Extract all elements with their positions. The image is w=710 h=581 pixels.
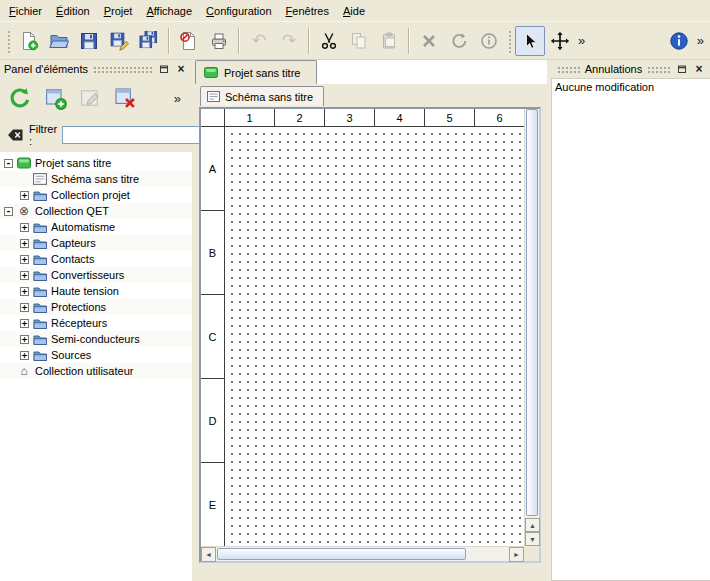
expand-expander-icon[interactable]: + — [20, 223, 29, 232]
save-button[interactable] — [74, 26, 104, 56]
tree-item-automatisme[interactable]: + Automatisme — [0, 219, 192, 235]
save-as-button[interactable] — [104, 26, 134, 56]
tree-item-collection-qet[interactable]: - ⊗ Collection QET — [0, 203, 192, 219]
horizontal-scrollbar-track[interactable] — [216, 547, 509, 561]
new-project-button[interactable] — [14, 26, 44, 56]
dock-grip[interactable] — [93, 66, 152, 73]
folder-icon — [33, 269, 47, 281]
tree-item-label: Semi-conducteurs — [51, 333, 140, 345]
scroll-down-button[interactable]: ▼ — [525, 532, 540, 546]
dock-close-button[interactable]: × — [692, 62, 706, 76]
dock-float-button[interactable] — [157, 62, 171, 76]
vertical-scrollbar-track[interactable] — [525, 109, 539, 518]
tree-item-label: Collection projet — [51, 189, 130, 201]
refresh-icon — [8, 86, 32, 110]
toolbar-grip[interactable] — [6, 29, 11, 53]
header-corner — [201, 109, 225, 127]
tree-item-protections[interactable]: + Protections — [0, 299, 192, 315]
print-button[interactable] — [204, 26, 234, 56]
elements-panel-toolbar: » — [0, 78, 192, 118]
tree-item-recepteurs[interactable]: + Récepteurs — [0, 315, 192, 331]
element-info-button[interactable] — [474, 26, 504, 56]
scroll-up-button[interactable]: ▲ — [525, 518, 540, 532]
scroll-left-button[interactable]: ◄ — [201, 547, 216, 562]
tree-item-contacts[interactable]: + Contacts — [0, 251, 192, 267]
expander-spacer — [4, 367, 13, 376]
menu-fichier[interactable]: Fichier — [2, 0, 49, 21]
main-area: Panel d'éléments × » Filtrer : — [0, 60, 710, 581]
redo-button[interactable]: ↷ — [274, 26, 304, 56]
menu-aide[interactable]: Aide — [336, 0, 372, 21]
tree-item-label: Capteurs — [51, 237, 96, 249]
tree-item-schema-sans-titre[interactable]: Schéma sans titre — [0, 171, 192, 187]
clear-filter-icon[interactable] — [6, 128, 24, 142]
menu-configuration[interactable]: Configuration — [199, 0, 278, 21]
elements-panel-titlebar[interactable]: Panel d'éléments × — [0, 60, 192, 78]
scroll-right-button[interactable]: ► — [509, 547, 524, 562]
dock-grip[interactable] — [557, 66, 580, 73]
expand-expander-icon[interactable]: + — [20, 351, 29, 360]
tree-item-semi-conducteurs[interactable]: + Semi-conducteurs — [0, 331, 192, 347]
expand-expander-icon[interactable]: + — [20, 191, 29, 200]
expand-expander-icon[interactable]: + — [20, 319, 29, 328]
toolbar-separator — [408, 28, 410, 54]
expand-expander-icon[interactable]: + — [20, 239, 29, 248]
close-file-button[interactable] — [174, 26, 204, 56]
dock-grip[interactable] — [647, 66, 670, 73]
about-button[interactable] — [664, 26, 694, 56]
mdi-workspace: 1 2 3 4 5 6 A B C D E — [195, 106, 547, 581]
paste-button[interactable] — [374, 26, 404, 56]
tab-projet-sans-titre[interactable]: Projet sans titre — [195, 60, 317, 84]
filter-input[interactable] — [62, 126, 212, 144]
tab-schema-sans-titre[interactable]: Schéma sans titre — [200, 86, 324, 106]
expand-expander-icon[interactable]: + — [20, 255, 29, 264]
cut-button[interactable] — [314, 26, 344, 56]
tree-item-sources[interactable]: + Sources — [0, 347, 192, 363]
tree-item-collection-projet[interactable]: + Collection projet — [0, 187, 192, 203]
menu-edition[interactable]: Édition — [49, 0, 97, 21]
toolbar-overflow-button-right[interactable]: » — [694, 34, 707, 47]
dock-float-button[interactable] — [675, 62, 689, 76]
open-project-button[interactable] — [44, 26, 74, 56]
undo-panel-titlebar[interactable]: Annulations × — [551, 60, 710, 78]
vertical-scrollbar-thumb[interactable] — [526, 109, 538, 516]
selection-mode-button[interactable] — [515, 26, 545, 56]
menu-projet[interactable]: Projet — [97, 0, 140, 21]
reload-collections-button[interactable] — [4, 82, 36, 114]
expand-expander-icon[interactable]: + — [20, 287, 29, 296]
expand-expander-icon[interactable]: + — [20, 303, 29, 312]
toolbar-separator — [238, 28, 240, 54]
rotate-button[interactable] — [444, 26, 474, 56]
diagram-canvas[interactable]: 1 2 3 4 5 6 A B C D E — [201, 109, 524, 546]
tree-item-haute-tension[interactable]: + Haute tension — [0, 283, 192, 299]
vertical-scrollbar[interactable]: ▲ ▼ — [524, 109, 539, 546]
menu-fenetres[interactable]: Fenêtres — [279, 0, 336, 21]
diagram-grid[interactable] — [225, 127, 524, 546]
expand-expander-icon[interactable]: + — [20, 271, 29, 280]
horizontal-scrollbar-thumb[interactable] — [217, 548, 466, 560]
delete-button[interactable] — [414, 26, 444, 56]
save-all-button[interactable] — [134, 26, 164, 56]
panel-toolbar-overflow-button[interactable]: » — [171, 92, 184, 105]
diagram-icon — [33, 173, 47, 185]
tree-item-projet-sans-titre[interactable]: - Projet sans titre — [0, 155, 192, 171]
undo-button[interactable]: ↶ — [244, 26, 274, 56]
copy-button[interactable] — [344, 26, 374, 56]
tree-item-collection-utilisateur[interactable]: ⌂ Collection utilisateur — [0, 363, 192, 379]
horizontal-scrollbar[interactable]: ◄ ► — [201, 546, 524, 561]
new-element-button[interactable] — [39, 82, 71, 114]
collapse-expander-icon[interactable]: - — [4, 159, 13, 168]
edit-element-button[interactable] — [74, 82, 106, 114]
dock-close-button[interactable]: × — [174, 62, 188, 76]
undo-history-list[interactable]: Aucune modification — [551, 78, 710, 581]
delete-element-button[interactable] — [109, 82, 141, 114]
tree-item-convertisseurs[interactable]: + Convertisseurs — [0, 267, 192, 283]
menu-affichage[interactable]: Affichage — [139, 0, 199, 21]
tree-item-label: Automatisme — [51, 221, 115, 233]
toolbar-grip[interactable] — [507, 29, 512, 53]
visualisation-mode-button[interactable] — [545, 26, 575, 56]
toolbar-overflow-button[interactable]: » — [575, 34, 588, 47]
collapse-expander-icon[interactable]: - — [4, 207, 13, 216]
expand-expander-icon[interactable]: + — [20, 335, 29, 344]
tree-item-capteurs[interactable]: + Capteurs — [0, 235, 192, 251]
